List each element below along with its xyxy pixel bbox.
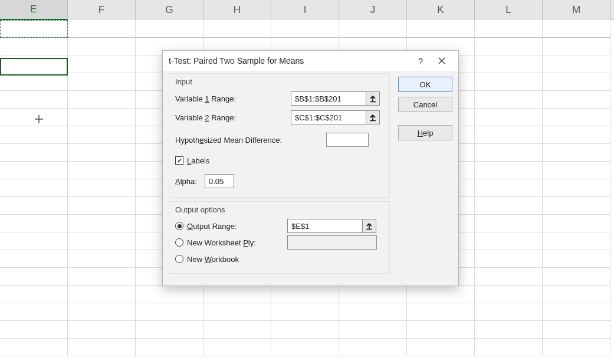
new-worksheet-ply-input[interactable] (287, 235, 377, 250)
column-header-label: I (304, 4, 307, 16)
column-header-label: E (30, 4, 37, 15)
checkmark-icon: ✓ (177, 158, 182, 164)
alpha-label: Alpha: (175, 177, 205, 186)
new-workbook-label: New Workbook (187, 255, 303, 264)
ttest-dialog: t-Test: Paired Two Sample for Means ? In… (162, 50, 459, 286)
output-range-label: Output Range: (187, 222, 287, 231)
spreadsheet-app: E F G H I J K L M // rows generated belo… (0, 0, 614, 364)
collapse-arrow-icon (366, 222, 373, 230)
column-header-row: E F G H I J K L M (0, 0, 614, 20)
column-header-F[interactable]: F (68, 0, 136, 20)
help-button[interactable]: Help (398, 125, 452, 140)
new-workbook-radio[interactable] (175, 255, 183, 263)
input-group: Input Variable 1 Range: (169, 73, 390, 198)
var2-range-picker-button[interactable] (366, 110, 380, 124)
cancel-button[interactable]: Cancel (398, 97, 452, 112)
column-header-L[interactable]: L (475, 0, 543, 20)
output-options-title: Output options (175, 205, 383, 214)
help-button-label: Help (418, 129, 434, 137)
output-range-input[interactable] (287, 219, 363, 233)
ok-button[interactable]: OK (398, 77, 452, 92)
labels-checkbox-label: Labels (187, 156, 209, 165)
column-header-G[interactable]: G (136, 0, 203, 20)
column-header-M[interactable]: M (543, 0, 610, 20)
output-range-radio[interactable] (175, 222, 183, 230)
var1-range-picker-button[interactable] (366, 91, 380, 106)
var2-range-label: Variable 2 Range: (175, 113, 291, 122)
close-icon[interactable] (431, 53, 452, 69)
column-header-label: F (98, 4, 104, 16)
dialog-body: Input Variable 1 Range: (163, 71, 458, 286)
ok-button-label: OK (420, 80, 431, 89)
new-worksheet-ply-label: New Worksheet Ply: (187, 238, 287, 247)
new-worksheet-ply-radio[interactable] (175, 238, 183, 247)
radio-dot-icon (178, 224, 182, 228)
input-group-title: Input (175, 77, 383, 86)
help-icon[interactable]: ? (410, 53, 431, 69)
column-header-H[interactable]: H (203, 0, 271, 20)
column-header-K[interactable]: K (407, 0, 475, 20)
labels-checkbox[interactable]: ✓ (175, 156, 183, 165)
column-header-label: H (234, 4, 241, 16)
column-header-label: M (572, 4, 580, 16)
var2-range-input[interactable] (291, 110, 366, 124)
dialog-title: t-Test: Paired Two Sample for Means (169, 56, 410, 65)
column-header-label: K (437, 4, 444, 16)
dialog-titlebar[interactable]: t-Test: Paired Two Sample for Means ? (163, 51, 458, 71)
column-header-J[interactable]: J (339, 0, 407, 20)
hypo-mean-diff-input[interactable] (326, 133, 369, 147)
var1-range-input[interactable] (291, 91, 366, 106)
collapse-arrow-icon (369, 94, 376, 103)
alpha-input[interactable] (205, 174, 234, 188)
column-header-I[interactable]: I (271, 0, 339, 20)
column-header-label: L (505, 4, 511, 16)
var1-range-label: Variable 1 Range: (175, 94, 291, 103)
output-options-group: Output options Output Range: (169, 201, 390, 274)
output-range-picker-button[interactable] (362, 219, 376, 233)
collapse-arrow-icon (369, 113, 376, 122)
column-header-label: J (370, 4, 376, 16)
hypo-mean-diff-label: Hypothesized Mean Difference: (175, 136, 326, 145)
column-header-label: G (165, 4, 173, 16)
column-header-E[interactable]: E (0, 0, 68, 20)
cancel-button-label: Cancel (413, 100, 437, 109)
